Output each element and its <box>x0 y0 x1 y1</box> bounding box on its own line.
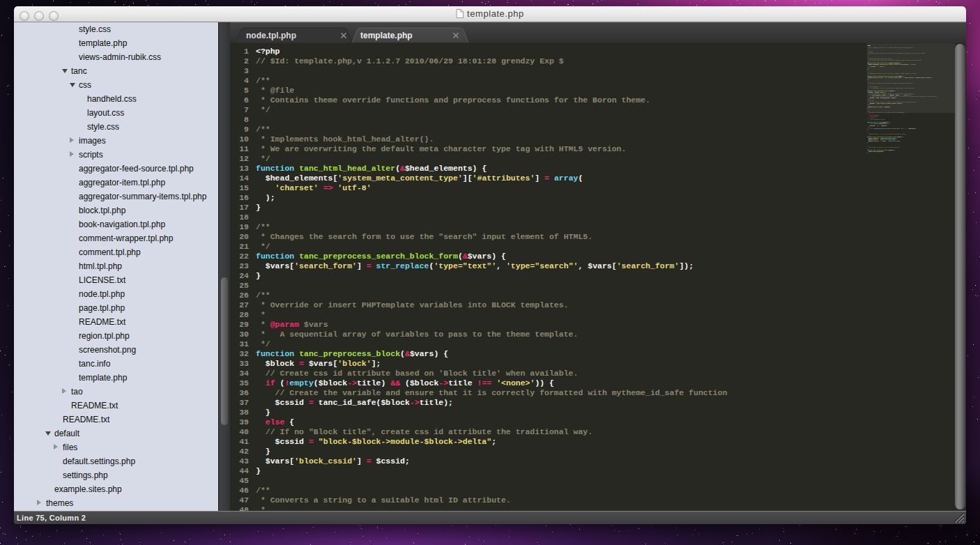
svg-text:template.php: template.php <box>360 31 413 40</box>
svg-text:node.tpl.php: node.tpl.php <box>246 31 296 40</box>
